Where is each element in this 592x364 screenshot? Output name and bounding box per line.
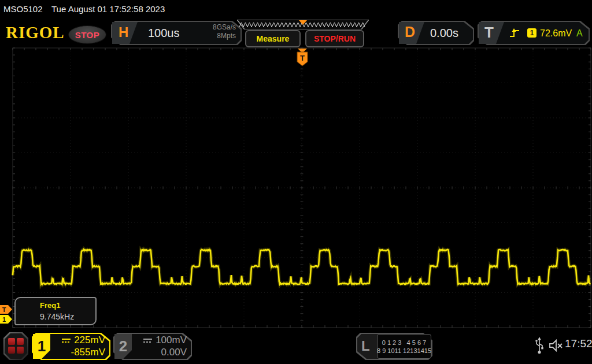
digital-label: L: [361, 338, 370, 354]
digital-row-1: 0 1 2 3 4 5 6 7: [382, 339, 426, 347]
ch1-ground-marker[interactable]: 1: [0, 315, 12, 324]
channel1-box[interactable]: 1 225mV -855mV: [32, 333, 110, 360]
trigger-level-label: T: [2, 306, 6, 313]
digital-row-2: 8 9 1011 12131415: [377, 347, 431, 355]
menu-grid-icon: [8, 338, 24, 354]
ch1-ground-label: 1: [2, 316, 6, 323]
menu-button[interactable]: [3, 332, 28, 360]
clock: 17:52: [565, 337, 592, 350]
channel2-scale: 100mV: [156, 335, 187, 346]
measurement-label: Freq1: [40, 301, 60, 310]
usb-icon: [535, 336, 544, 355]
bottom-channel-bar: 1 225mV -855mV 2 100mV: [0, 329, 592, 364]
channel1-offset: -855mV: [71, 347, 105, 358]
trigger-top-label: T: [300, 54, 305, 62]
measurement-result-box[interactable]: Freq1 9.745kHz: [14, 297, 97, 325]
digital-channels-box[interactable]: L 0 1 2 3 4 5 6 7 8 9 1011 12131415: [356, 333, 432, 360]
oscilloscope-screen: MSO5102 Tue August 01 17:52:58 2023 T T …: [0, 0, 592, 364]
channel2-offset: 0.00V: [161, 347, 187, 358]
measurement-value: 9.745kHz: [40, 312, 74, 321]
digital-channel-list: 0 1 2 3 4 5 6 7 8 9 1011 12131415: [377, 334, 431, 359]
dc-coupling-icon: [61, 337, 71, 344]
speaker-muted-icon: [548, 339, 563, 352]
dc-coupling-icon: [143, 337, 153, 344]
trigger-level-marker[interactable]: T: [0, 305, 12, 314]
channel2-box[interactable]: 2 100mV 0.00V: [113, 333, 192, 360]
channel1-scale: 225mV: [74, 335, 105, 346]
